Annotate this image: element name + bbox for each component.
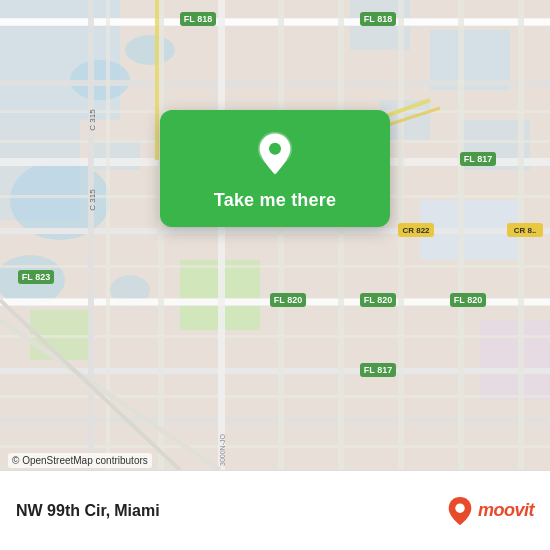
svg-text:FL 817: FL 817 — [364, 365, 392, 375]
svg-rect-32 — [0, 395, 550, 398]
svg-rect-38 — [278, 0, 284, 470]
svg-point-73 — [269, 143, 281, 155]
svg-text:FL 817: FL 817 — [464, 154, 492, 164]
svg-text:FL 818: FL 818 — [184, 14, 212, 24]
svg-rect-34 — [88, 0, 94, 470]
bottom-bar: NW 99th Cir, Miami moovit — [0, 470, 550, 550]
moovit-pin-icon — [446, 495, 474, 527]
location-pin-icon — [251, 130, 299, 178]
svg-text:3000N-JO: 3000N-JO — [219, 433, 226, 465]
svg-text:CR 8..: CR 8.. — [514, 226, 537, 235]
svg-rect-20 — [0, 80, 550, 86]
take-me-there-button[interactable]: Take me there — [214, 190, 336, 211]
location-name: NW 99th Cir, Miami — [16, 502, 160, 520]
svg-rect-31 — [0, 335, 550, 338]
svg-rect-37 — [218, 0, 225, 470]
location-info: NW 99th Cir, Miami — [16, 502, 160, 520]
map-container: FL 818 FL 818 FL 817 CR 822 CR 8.. FL 82… — [0, 0, 550, 470]
svg-rect-45 — [155, 0, 159, 160]
svg-text:FL 818: FL 818 — [364, 14, 392, 24]
svg-rect-26 — [0, 418, 550, 423]
svg-text:FL 820: FL 820 — [364, 295, 392, 305]
svg-text:CR 822: CR 822 — [402, 226, 430, 235]
moovit-logo: moovit — [446, 495, 534, 527]
svg-text:FL 820: FL 820 — [274, 295, 302, 305]
svg-rect-22 — [0, 228, 550, 234]
svg-text:C 315: C 315 — [88, 109, 97, 131]
svg-rect-41 — [458, 0, 464, 470]
map-attribution: © OpenStreetMap contributors — [8, 453, 152, 468]
svg-rect-19 — [0, 19, 550, 25]
location-name-text: NW 99th Cir, — [16, 502, 110, 520]
svg-text:FL 820: FL 820 — [454, 295, 482, 305]
svg-text:C 315: C 315 — [88, 189, 97, 211]
svg-rect-33 — [0, 445, 550, 448]
svg-text:FL 823: FL 823 — [22, 272, 50, 282]
svg-rect-39 — [338, 0, 344, 470]
action-card: Take me there — [160, 110, 390, 227]
location-city-text: Miami — [114, 502, 159, 520]
svg-rect-13 — [480, 320, 550, 400]
svg-point-15 — [125, 35, 175, 65]
svg-rect-25 — [0, 368, 550, 374]
svg-rect-30 — [0, 265, 550, 268]
moovit-logo-text: moovit — [478, 500, 534, 521]
svg-point-74 — [455, 503, 464, 512]
